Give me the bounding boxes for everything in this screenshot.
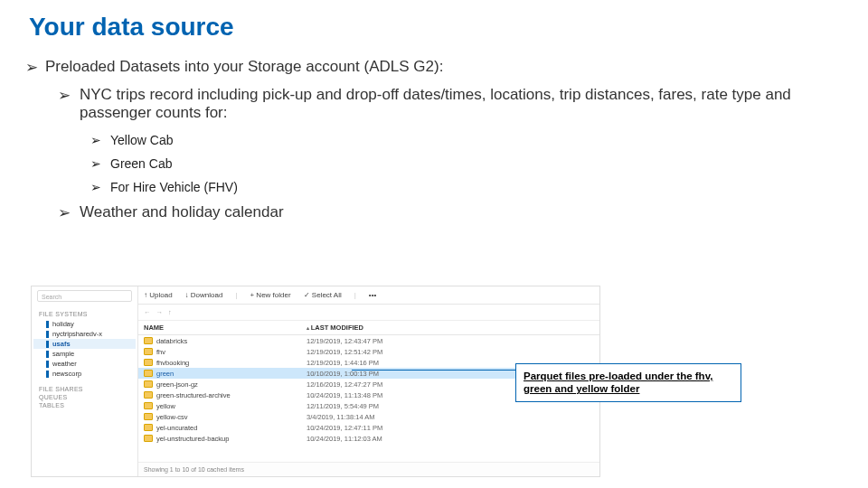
forward-icon[interactable]: → — [156, 308, 164, 316]
folder-icon — [144, 359, 153, 366]
side-group-queues: QUEUES — [33, 394, 136, 402]
sidebar-item[interactable]: holiday — [33, 319, 136, 329]
folder-icon — [144, 402, 153, 409]
container-icon — [46, 331, 49, 338]
sidebar-item[interactable]: newscorp — [33, 369, 136, 379]
sidebar-item[interactable]: weather — [33, 359, 136, 369]
bullet-icon: ➢ — [58, 86, 80, 122]
bullet-l2-weather-text: Weather and holiday calendar — [80, 203, 284, 222]
container-icon — [46, 321, 49, 328]
folder-icon — [144, 380, 153, 388]
status-footer: Showing 1 to 10 of 10 cached items — [138, 462, 599, 476]
table-row[interactable]: yellow12/11/2019, 5:54:49 PM — [138, 400, 599, 411]
bullet-l3-yellow-text: Yellow Cab — [110, 133, 174, 147]
bullet-l3-fhv: ➢ For Hire Vehicle (FHV) — [90, 180, 843, 194]
folder-icon — [144, 413, 153, 420]
more-button[interactable]: ••• — [369, 291, 376, 299]
bullet-icon: ➢ — [25, 58, 45, 77]
slide-title: Your data source — [29, 13, 843, 42]
sidebar-item-selected[interactable]: usafs — [33, 339, 136, 349]
bullet-l2-weather: ➢ Weather and holiday calendar — [58, 203, 843, 222]
side-group-filesystems: FILE SYSTEMS — [33, 311, 136, 319]
new-folder-button[interactable]: + New folder — [250, 291, 290, 299]
bullet-l2-nyc-text: NYC trips record including pick-up and d… — [80, 86, 843, 122]
table-row[interactable]: databricks12/19/2019, 12:43:47 PM — [138, 335, 599, 346]
up-icon[interactable]: ↑ — [168, 308, 172, 316]
upload-button[interactable]: ↑ Upload — [144, 291, 173, 299]
separator: | — [354, 291, 356, 299]
sidebar-item[interactable]: sample — [33, 349, 136, 359]
col-name[interactable]: NAME — [138, 324, 301, 332]
table-row[interactable]: yel-unstructured-backup10/24/2019, 11:12… — [138, 433, 599, 444]
explorer-sidebar: Search FILE SYSTEMS holiday nyctripshare… — [32, 286, 138, 476]
table-row[interactable]: yellow-csv3/4/2019, 11:38:14 AM — [138, 411, 599, 422]
bullet-l3-yellow: ➢ Yellow Cab — [90, 133, 843, 147]
bullet-l3-fhv-text: For Hire Vehicle (FHV) — [110, 180, 238, 194]
folder-icon — [144, 435, 153, 442]
column-headers: NAME LAST MODIFIED — [138, 321, 599, 335]
bullet-l1-text: Preloaded Datasets into your Storage acc… — [45, 58, 443, 77]
bullet-l1: ➢ Preloaded Datasets into your Storage a… — [25, 58, 843, 77]
bullet-icon: ➢ — [90, 156, 110, 171]
side-group-fileshares: FILE SHARES — [33, 386, 136, 394]
container-icon — [46, 361, 49, 368]
search-input[interactable]: Search — [37, 290, 132, 302]
container-icon — [46, 371, 49, 378]
bullet-l3-green: ➢ Green Cab — [90, 156, 843, 171]
bullet-icon: ➢ — [90, 180, 110, 194]
bullet-l2-nyc: ➢ NYC trips record including pick-up and… — [58, 86, 843, 122]
folder-icon — [144, 370, 153, 377]
back-icon[interactable]: ← — [144, 308, 151, 316]
folder-icon — [144, 424, 153, 431]
download-button[interactable]: ↓ Download — [185, 291, 223, 299]
folder-icon — [144, 348, 153, 355]
breadcrumb: ← → ↑ — [138, 305, 599, 321]
folder-icon — [144, 391, 153, 399]
bullet-icon: ➢ — [90, 133, 110, 147]
sidebar-item[interactable]: nyctripsharedv-x — [33, 329, 136, 339]
container-icon — [46, 341, 49, 348]
bullet-icon: ➢ — [58, 203, 80, 222]
callout-leader-line — [352, 370, 515, 371]
separator: | — [235, 291, 237, 299]
container-icon — [46, 351, 49, 358]
table-row[interactable]: fhv12/19/2019, 12:51:42 PM — [138, 346, 599, 357]
side-group-tables: TABLES — [33, 402, 136, 410]
bullet-l3-green-text: Green Cab — [110, 156, 172, 171]
select-all-button[interactable]: ✓ Select All — [304, 291, 342, 299]
explorer-toolbar: ↑ Upload ↓ Download | + New folder ✓ Sel… — [138, 286, 599, 305]
table-row[interactable]: yel-uncurated10/24/2019, 12:47:11 PM — [138, 422, 599, 433]
folder-icon — [144, 337, 153, 344]
col-modified[interactable]: LAST MODIFIED — [301, 324, 599, 332]
callout-box: Parquet files pre-loaded under the fhv, … — [515, 363, 741, 402]
